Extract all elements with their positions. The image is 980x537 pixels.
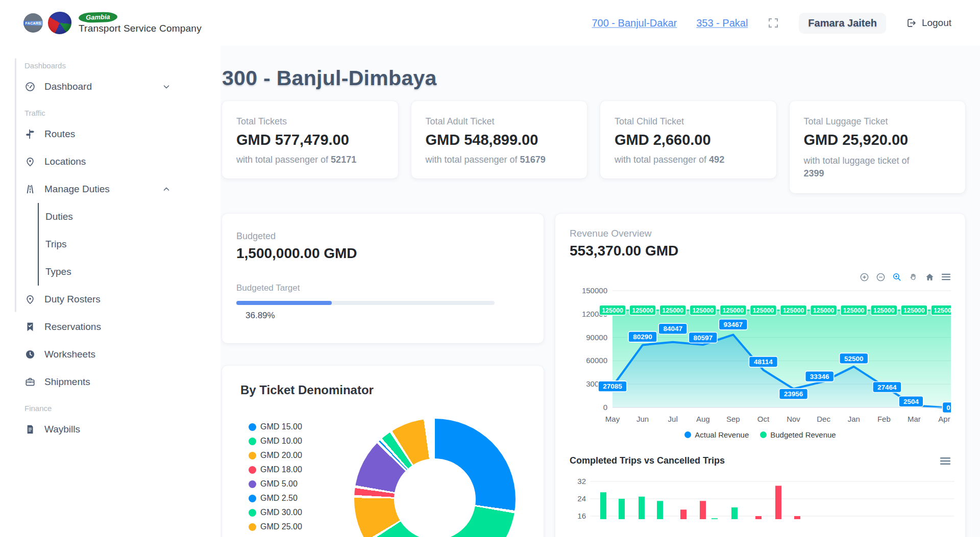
chart-toolbar <box>570 271 951 283</box>
trips-menu-icon[interactable] <box>940 456 951 466</box>
svg-text:Feb: Feb <box>877 415 891 423</box>
svg-text:125000: 125000 <box>813 307 835 314</box>
svg-text:Nov: Nov <box>787 415 800 423</box>
selection-zoom-icon[interactable] <box>892 272 902 282</box>
stat-value: GMD 2,660.00 <box>615 132 762 148</box>
revenue-overview-value: 553,370.00 GMD <box>570 243 951 259</box>
sidebar-item-label: Shipments <box>44 376 90 388</box>
zoom-in-icon[interactable] <box>860 272 869 282</box>
sidebar-item-waybills[interactable]: Waybills <box>24 416 171 443</box>
chevron-down-icon <box>162 82 171 91</box>
svg-text:Jan: Jan <box>848 415 860 423</box>
stat-card-total-child-ticket: Total Child TicketGMD 2,660.00with total… <box>600 101 776 178</box>
sidebar-item-routes[interactable]: Routes <box>24 120 171 148</box>
svg-text:90000: 90000 <box>586 333 607 342</box>
sidebar-item-label: Worksheets <box>44 349 95 360</box>
sidebar-scrollbar[interactable] <box>15 58 16 312</box>
legend-dot <box>249 495 256 502</box>
stat-card-total-tickets: Total TicketsGMD 577,479.00with total pa… <box>222 101 398 178</box>
legend-item-actual-revenue[interactable]: Actual Revenue <box>684 430 749 439</box>
svg-text:Dec: Dec <box>817 415 830 423</box>
budgeted-card: Budgeted 1,500,000.00 GMD Budgeted Targe… <box>222 214 544 343</box>
pin-icon <box>24 294 36 305</box>
sidebar-nav: DashboardsDashboardTrafficRoutesLocation… <box>0 46 220 443</box>
pan-icon[interactable] <box>909 272 918 282</box>
svg-text:Jun: Jun <box>636 415 649 423</box>
legend-label: GMD 25.00 <box>260 522 302 531</box>
legend-dot <box>249 480 256 488</box>
legend-label: GMD 18.00 <box>260 465 302 474</box>
revenue-line-chart[interactable]: 0300006000090000120000150000MayJunJulAug… <box>570 285 951 429</box>
sidebar-item-dashboard[interactable]: Dashboard <box>24 73 171 100</box>
legend-dot <box>249 509 256 517</box>
stat-label: Total Tickets <box>236 116 384 127</box>
svg-text:125000: 125000 <box>843 307 865 314</box>
legend-item-budgeted-revenue[interactable]: Budgeted Revenue <box>760 430 836 439</box>
sidebar-item-manage-duties[interactable]: Manage Duties <box>24 175 171 203</box>
zoom-out-icon[interactable] <box>876 272 886 282</box>
stat-subtext: with total passenger of 52171 <box>236 155 384 165</box>
legend-dot <box>249 423 256 431</box>
home-icon[interactable] <box>925 272 935 282</box>
sidebar-subitem-types[interactable]: Types <box>45 258 220 286</box>
budgeted-label: Budgeted <box>236 231 529 242</box>
gauge-icon <box>24 81 36 92</box>
svg-text:Oct: Oct <box>757 415 770 423</box>
legend-label: GMD 5.00 <box>260 479 298 489</box>
company-name: Transport Service Company <box>79 23 202 34</box>
page-title: 300 - Banjul-Dimbaya <box>222 66 965 90</box>
svg-text:Jul: Jul <box>668 415 678 423</box>
svg-text:27085: 27085 <box>603 382 622 390</box>
stat-label: Total Luggage Ticket <box>804 116 951 127</box>
sidebar-item-locations[interactable]: Locations <box>24 148 171 175</box>
ticket-denominator-card: By Ticket Denominator GMD 15.00GMD 10.00… <box>222 366 544 537</box>
stat-value: GMD 577,479.00 <box>236 132 384 148</box>
svg-text:Apr: Apr <box>938 415 950 423</box>
logout-icon <box>905 17 917 29</box>
svg-text:Aug: Aug <box>696 415 710 423</box>
route-link-700-banjul-dakar[interactable]: 700 - Banjul-Dakar <box>592 17 677 29</box>
sidebar-submenu-manage-duties: DutiesTripsTypes <box>38 203 220 286</box>
stat-card-total-adult-ticket: Total Adult TicketGMD 548,899.00with tot… <box>411 101 587 178</box>
stat-label: Total Adult Ticket <box>426 116 573 127</box>
route-link-353-pakal[interactable]: 353 - Pakal <box>696 17 748 29</box>
menu-icon[interactable] <box>941 273 951 281</box>
legend-label: GMD 2.50 <box>260 494 298 503</box>
budgeted-value: 1,500,000.00 GMD <box>236 245 529 262</box>
stat-card-total-luggage-ticket: Total Luggage TicketGMD 25,920.00with to… <box>790 101 966 193</box>
gambia-badge: Gambia <box>79 11 117 23</box>
fullscreen-icon[interactable] <box>767 17 779 29</box>
map-pin-icon <box>24 156 36 167</box>
sidebar-subitem-trips[interactable]: Trips <box>45 231 220 258</box>
svg-text:80597: 80597 <box>693 334 713 342</box>
svg-text:52500: 52500 <box>844 355 864 363</box>
donut-hole <box>394 458 476 537</box>
svg-text:23956: 23956 <box>784 390 803 398</box>
sidebar-item-reservations[interactable]: Reservations <box>24 313 171 341</box>
sidebar-section-traffic: Traffic <box>24 109 220 117</box>
budgeted-target-label: Budgeted Target <box>236 283 529 293</box>
sidebar-item-duty-rosters[interactable]: Duty Rosters <box>24 286 171 313</box>
sidebar-item-worksheets[interactable]: Worksheets <box>24 341 171 368</box>
svg-text:Sep: Sep <box>726 415 740 423</box>
sidebar-item-label: Waybills <box>44 424 80 435</box>
trips-bar-chart[interactable]: 322416 <box>570 472 951 519</box>
svg-text:60000: 60000 <box>586 356 607 365</box>
legend-dot <box>249 523 256 531</box>
svg-text:27464: 27464 <box>877 383 897 391</box>
svg-text:125000: 125000 <box>783 307 804 314</box>
sidebar-item-label: Dashboard <box>44 81 92 92</box>
sidebar-item-label: Reservations <box>44 321 101 333</box>
logout-button[interactable]: Logout <box>905 17 951 29</box>
sidebar-item-shipments[interactable]: Shipments <box>24 368 171 396</box>
svg-text:32: 32 <box>577 477 586 485</box>
legend-label: Budgeted Revenue <box>770 430 836 439</box>
legend-dot <box>760 431 767 438</box>
clock-icon <box>24 349 36 360</box>
sidebar-subitem-duties[interactable]: Duties <box>45 203 220 231</box>
legend-label: GMD 20.00 <box>260 451 302 460</box>
donut-legend-item-gmd-15-00[interactable]: GMD 15.00 <box>249 420 525 434</box>
sidebar-section-dashboards: Dashboards <box>24 61 220 70</box>
svg-text:125000: 125000 <box>692 307 714 314</box>
sidebar-item-label: Duty Rosters <box>44 294 101 305</box>
